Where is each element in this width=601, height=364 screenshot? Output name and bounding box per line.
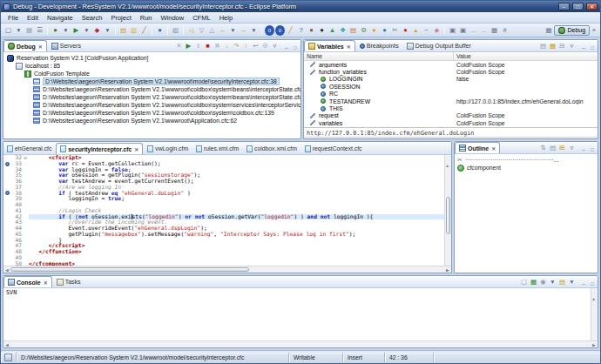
code-line[interactable]: 48 </cffunction> [3,249,444,255]
scroll-up-icon[interactable]: ▲ [591,296,596,301]
annotation-ruler[interactable] [3,155,10,161]
console-toolbar-display-dropdown-icon[interactable]: ▾ [567,277,577,287]
minimize-view-icon[interactable]: ─ [580,146,587,153]
toolbar-run-dropdown-icon[interactable]: ▾ [82,25,91,36]
toolbar-back-icon[interactable]: ← [218,25,227,36]
annotation-ruler[interactable] [3,255,10,261]
toolbar-cf-globe-icon[interactable]: ● [380,25,389,36]
maximize-view-icon[interactable]: □ [292,44,299,51]
perspective-debug-button[interactable]: Debug [554,25,590,36]
variable-row[interactable]: function_variablesColdFusion Scope [304,68,598,75]
toolbar-new-wizard-icon[interactable]: ▢ [3,25,13,36]
toolbar-marks-icon[interactable]: ‥ [469,25,478,36]
editor-tab-ehgeneral-cfc[interactable]: ehGeneral.cfc [3,143,55,154]
close-tab-icon[interactable]: ✕ [37,44,43,50]
debug-toolbar-step-over-icon[interactable]: ↷ [232,41,241,51]
tab-debug-output-buffer[interactable]: Debug Output Buffer [403,40,475,51]
outline-toolbar-link-editor-icon[interactable]: ⊞ [557,143,567,153]
debug-tree-row[interactable]: D:\Websites\aegeon\Reservation System V2… [3,117,300,125]
menu-help[interactable]: Help [215,13,237,23]
debug-toolbar-step-into-icon[interactable]: ↓ [222,41,232,51]
detail-hscrollbar[interactable]: ◀ ▶ [304,137,598,139]
toolbar-cf-help-icon[interactable]: ? [296,25,306,36]
annotation-ruler[interactable] [3,167,10,173]
tab-debug[interactable]: Debug✕ [3,40,47,51]
close-tab-icon[interactable]: ✕ [43,280,48,286]
toolbar-back-dropdown-icon[interactable]: ▾ [228,25,238,36]
toolbar-save-icon[interactable]: ▦ [24,25,34,36]
breakpoint-icon[interactable] [5,162,10,166]
debug-toolbar-drop-to-frame-icon[interactable]: ↩ [251,41,260,51]
toolbar-external-tools-dropdown-icon[interactable]: ▾ [103,25,112,36]
variables-toolbar-show-logical-structure-icon[interactable]: ▦ [548,41,557,51]
column-header-name[interactable]: Name [304,52,454,60]
toolbar-cf-pencil-icon[interactable]: ╱ [286,25,295,36]
toolbar-paintbrush-icon[interactable]: ╱ [139,25,149,36]
code-line[interactable]: 39 loggingIn = true; [3,196,444,202]
menu-run[interactable]: Run [136,13,157,23]
annotation-ruler[interactable] [3,172,10,179]
variable-row[interactable]: argumentsColdFusion Scope [304,61,598,68]
toolbar-sync-folder-icon[interactable]: ▥ [129,25,138,36]
outline-toolbar-view-menu-icon[interactable]: ▿ [567,143,577,153]
variable-row[interactable]: requestColdFusion Scope [304,112,598,119]
debug-toolbar-resume-icon[interactable]: ▶ [184,41,193,51]
debug-toolbar-step-filters-icon[interactable]: ✠ [260,41,270,51]
code-line[interactable]: 45 getPlugin("messagebox").setMessage("w… [3,232,444,238]
annotation-ruler[interactable] [3,202,10,208]
debug-tree-row[interactable]: localhost : 85 [3,62,300,70]
variable-row[interactable]: variablesColdFusion Scope [304,119,598,126]
console-vscrollbar[interactable]: ▲ ▼ [591,288,598,340]
toolbar-cf-green-flag-icon[interactable]: ▲ [328,25,337,36]
minimize-view-icon[interactable]: ─ [580,280,587,287]
toolbar-window-b-icon[interactable]: ▣ [458,25,468,36]
editor-tab-securityinterceptor-cfc[interactable]: securityInterceptor.cfc✕ [56,143,143,154]
close-tab-icon[interactable]: ✕ [133,146,138,152]
toolbar-cf-cyan-icon[interactable]: ❖ [338,25,348,36]
console-hscrollbar[interactable]: ◀ ▶ [3,340,598,347]
debug-toolbar-disconnect-icon[interactable]: ✖ [213,41,222,51]
minimize-button[interactable]: – [558,3,570,10]
menu-cfml[interactable]: CFML [188,13,214,23]
menu-file[interactable]: File [3,13,23,23]
scroll-left-icon[interactable]: ◀ [304,138,311,139]
tab-tasks[interactable]: Tasks [53,276,84,287]
open-perspective-icon[interactable]: ▦ [544,25,553,36]
console-toolbar-pin-dropdown-icon[interactable]: ▾ [548,277,557,287]
toolbar-web-browser-icon[interactable]: ● [155,25,165,36]
toolbar-library-icon[interactable]: ▧ [171,25,180,36]
code-editor[interactable]: 32⊖ <cfscript>33 var rc = Event.getColle… [3,155,444,266]
toolbar-forward-icon[interactable]: → [239,25,248,36]
annotation-ruler[interactable] [3,161,10,167]
variable-row[interactable]: LOGGINGINfalse [304,76,598,83]
outline-item[interactable]: cfcomponent [457,164,595,172]
debug-toolbar-suspend-icon[interactable]: Ⅱ [193,41,203,51]
toolbar-next-annotation-icon[interactable]: ▽ [197,25,206,36]
annotation-ruler[interactable] [3,179,10,185]
toolbar-cf-tilde-icon[interactable]: ~ [422,25,431,36]
maximize-view-icon[interactable]: □ [589,146,596,153]
annotation-ruler[interactable] [3,219,10,226]
editor-tab-requestcontext-cfc[interactable]: requestContext.cfc [301,143,366,154]
menu-edit[interactable]: Edit [23,13,43,23]
annotation-ruler[interactable] [3,243,10,249]
toolbar-cf-red-icon[interactable]: ● [401,25,410,36]
console-toolbar-scroll-lock-icon[interactable]: ▦ [529,277,538,287]
debug-tree-row[interactable]: D:\Websites\aegeon\Reservation System V2… [3,85,300,93]
toolbar-marks-2-icon[interactable]: ‥ [479,25,489,36]
column-header-value[interactable]: Value [454,52,474,60]
debug-tree-row[interactable]: D:\Websites\aegeon\Reservation System V2… [3,93,300,101]
close-tab-icon[interactable]: ✕ [346,44,351,50]
toolbar-cf-gold-icon[interactable]: ● [369,25,379,36]
scroll-right-icon[interactable]: ▶ [444,267,451,273]
variable-row[interactable]: THIS [304,104,598,111]
maximize-view-icon[interactable]: □ [589,44,596,51]
variable-row[interactable]: RC [304,91,598,98]
toolbar-cf-doc-icon[interactable]: ▤ [348,25,358,36]
toolbar-print-icon[interactable]: ☰ [35,25,44,36]
debug-tree-row[interactable]: Reservation System V2.1 [ColdFusion Appl… [3,54,300,62]
debug-tree-row[interactable]: D:\Websites\aegeon\Reservation System V2… [3,101,300,109]
outline-toolbar-sort-icon[interactable]: ⇅ [538,143,548,153]
scroll-up-icon[interactable]: ▲ [445,163,449,168]
variable-row[interactable]: OSESSION [304,83,598,90]
